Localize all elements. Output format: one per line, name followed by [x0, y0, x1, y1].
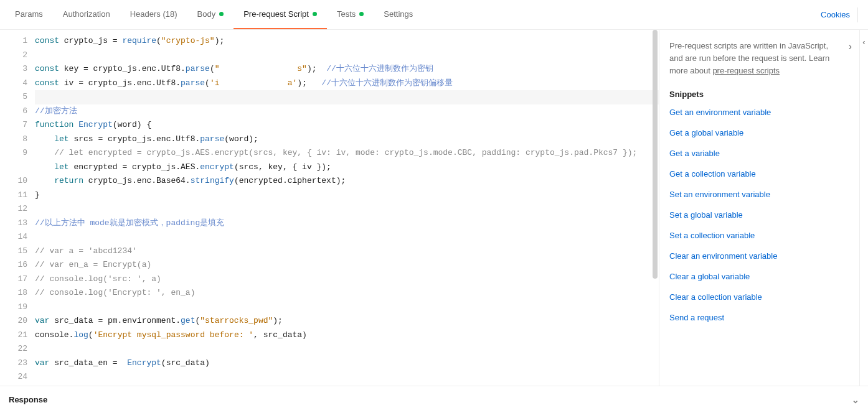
- code-line[interactable]: return crypto_js.enc.Base64.stringify(en…: [35, 174, 659, 188]
- line-number: 4: [0, 77, 27, 91]
- modified-dot-icon: [219, 12, 224, 16]
- scroll-thumb[interactable]: [653, 30, 658, 279]
- code-line[interactable]: [35, 300, 659, 315]
- snippet-item[interactable]: Get a variable: [669, 149, 849, 158]
- side-panel: › Pre-request scripts are written in Jav…: [659, 30, 859, 386]
- line-number: 3: [0, 62, 27, 77]
- line-number: 8: [0, 132, 27, 147]
- divider: [857, 7, 858, 22]
- snippet-item[interactable]: Get a collection variable: [669, 169, 849, 179]
- modified-dot-icon: [313, 12, 317, 16]
- line-number: 9: [0, 146, 27, 160]
- code-line[interactable]: [35, 342, 659, 356]
- line-number: 23: [0, 356, 27, 371]
- line-number: 24: [0, 370, 27, 384]
- response-label: Response: [9, 395, 47, 404]
- response-bar[interactable]: Response ⌄: [0, 386, 868, 413]
- line-gutter: 123456789 101112131415161718192021222324: [0, 30, 35, 386]
- snippet-item[interactable]: Clear a collection variable: [669, 292, 849, 302]
- side-description: Pre-request scripts are written in JavaS…: [669, 40, 849, 77]
- code-line[interactable]: [35, 49, 659, 63]
- tab-settings[interactable]: Settings: [374, 0, 423, 29]
- code-line[interactable]: let srcs = crypto_js.enc.Utf8.parse(word…: [35, 132, 659, 147]
- tab-tests-label: Tests: [337, 9, 356, 19]
- tab-prerequest[interactable]: Pre-request Script: [234, 0, 327, 29]
- snippet-item[interactable]: Send a request: [669, 313, 849, 322]
- code-line[interactable]: [35, 90, 659, 104]
- snippet-item[interactable]: Set an environment variable: [669, 190, 849, 199]
- prerequest-doc-link[interactable]: pre-request scripts: [712, 66, 780, 75]
- code-line[interactable]: [35, 230, 659, 244]
- tab-body[interactable]: Body: [187, 0, 234, 29]
- line-number: 1: [0, 34, 27, 49]
- tab-params[interactable]: Params: [5, 0, 53, 29]
- snippet-item[interactable]: Get a global variable: [669, 128, 849, 137]
- line-number: 20: [0, 314, 27, 328]
- line-number: 14: [0, 230, 27, 244]
- code-line[interactable]: [35, 202, 659, 216]
- cookies-link[interactable]: Cookies: [821, 10, 850, 19]
- code-line[interactable]: var src_data_en = Encrypt(src_data): [35, 356, 659, 371]
- code-body[interactable]: const crypto_js = require("crypto-js"); …: [35, 30, 659, 386]
- chevron-down-icon[interactable]: ⌄: [852, 395, 859, 405]
- scrollbar-vertical[interactable]: [651, 30, 659, 386]
- modified-dot-icon: [359, 12, 364, 16]
- code-line[interactable]: var src_data = pm.environment.get("starr…: [35, 314, 659, 328]
- line-number: 7: [0, 118, 27, 132]
- line-number: 13: [0, 216, 27, 231]
- code-line[interactable]: const key = crypto_js.enc.Utf8.parse(" s…: [35, 62, 659, 77]
- line-number: 17: [0, 272, 27, 287]
- code-line[interactable]: }: [35, 188, 659, 203]
- code-line[interactable]: // console.log('src: ', a): [35, 272, 659, 287]
- code-line[interactable]: // var a = 'abcd1234': [35, 244, 659, 259]
- line-number: 11: [0, 188, 27, 203]
- request-tabs-bar: Params Authorization Headers (18) Body P…: [0, 0, 868, 30]
- code-line[interactable]: //以上方法中 mode就是加密模式，padding是填充: [35, 216, 659, 231]
- code-line[interactable]: console.log('Encrypt mysql_password befo…: [35, 328, 659, 343]
- snippet-item[interactable]: Clear a global variable: [669, 272, 849, 281]
- line-number: 12: [0, 202, 27, 216]
- main-area: 123456789 101112131415161718192021222324…: [0, 30, 868, 386]
- tabs-left: Params Authorization Headers (18) Body P…: [5, 0, 423, 29]
- line-number: 15: [0, 244, 27, 259]
- code-editor-pane[interactable]: 123456789 101112131415161718192021222324…: [0, 30, 659, 386]
- line-number: 6: [0, 104, 27, 119]
- tab-authorization[interactable]: Authorization: [53, 0, 120, 29]
- tab-body-label: Body: [197, 9, 216, 19]
- code-line[interactable]: let encrypted = crypto_js.AES.encrypt(sr…: [35, 160, 659, 175]
- line-number: 2: [0, 49, 27, 63]
- snippet-item[interactable]: Set a global variable: [669, 210, 849, 220]
- tab-prerequest-label: Pre-request Script: [243, 9, 309, 19]
- snippet-item[interactable]: Set a collection variable: [669, 231, 849, 240]
- code-line[interactable]: // let encrypted = crypto_js.AES.encrypt…: [35, 146, 659, 160]
- far-right-rail: ‹: [859, 30, 868, 386]
- code-line[interactable]: const iv = crypto_js.enc.Utf8.parse('i a…: [35, 77, 659, 91]
- chevron-right-icon[interactable]: ›: [849, 41, 852, 52]
- line-number: 16: [0, 258, 27, 272]
- line-number: 5: [0, 90, 27, 104]
- tab-tests[interactable]: Tests: [327, 0, 374, 29]
- line-number: 10: [0, 174, 27, 188]
- line-number: 18: [0, 286, 27, 300]
- chevron-left-icon[interactable]: ‹: [862, 37, 865, 47]
- code-line[interactable]: //加密方法: [35, 104, 659, 119]
- tabs-right: Cookies: [821, 7, 863, 22]
- line-number: 19: [0, 300, 27, 315]
- code-line[interactable]: function Encrypt(word) {: [35, 118, 659, 132]
- snippet-list: Get an environment variableGet a global …: [669, 108, 849, 322]
- tab-headers[interactable]: Headers (18): [120, 0, 187, 29]
- snippet-item[interactable]: Get an environment variable: [669, 108, 849, 117]
- line-number: 22: [0, 342, 27, 356]
- code-line[interactable]: // console.log('Encrypt: ', en_a): [35, 286, 659, 300]
- snippets-heading: Snippets: [669, 90, 849, 99]
- code-line[interactable]: // var en_a = Encrypt(a): [35, 258, 659, 272]
- code-line[interactable]: const crypto_js = require("crypto-js");: [35, 34, 659, 49]
- line-number: 21: [0, 328, 27, 343]
- snippet-item[interactable]: Clear an environment variable: [669, 251, 849, 261]
